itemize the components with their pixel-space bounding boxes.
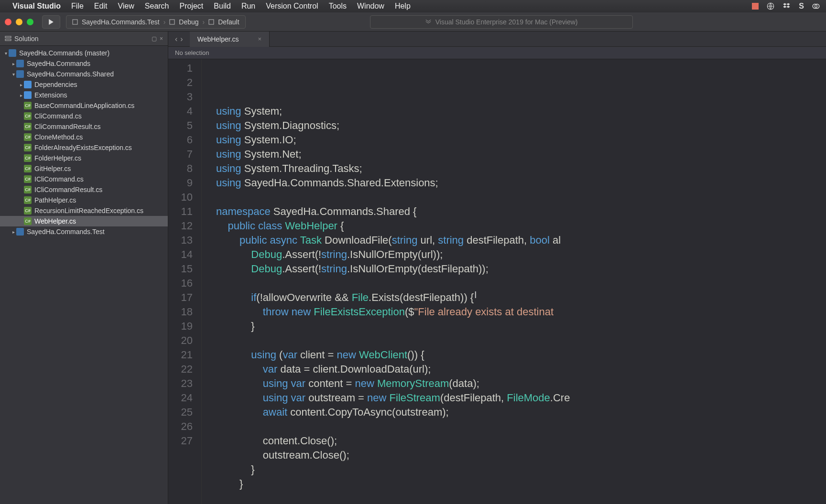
editor-breadcrumb[interactable]: No selection [168, 47, 826, 59]
pad-close-icon[interactable]: × [160, 35, 163, 42]
menu-tools[interactable]: Tools [329, 2, 347, 11]
window-close-button[interactable] [5, 19, 11, 25]
solution-pad-title: Solution [14, 35, 39, 43]
editor-area: ‹ › WebHelper.cs × No selection 12345678… [168, 32, 826, 504]
menu-window[interactable]: Window [357, 2, 384, 11]
svg-rect-3 [73, 20, 77, 24]
file-recursionlimitreachedexception[interactable]: C#RecursionLimitReachedException.cs [0, 205, 168, 216]
file-clicommand[interactable]: C#CliCommand.cs [0, 111, 168, 121]
code-editor[interactable]: 1234567891011121314151617181920212223242… [168, 59, 826, 504]
menu-file[interactable]: File [71, 2, 84, 11]
file-folderalreadyexistsexception[interactable]: C#FolderAlreadyExistsException.cs [0, 142, 168, 153]
globe-icon[interactable] [766, 2, 775, 11]
menu-help[interactable]: Help [395, 2, 411, 11]
config-project: SayedHa.Commands.Test [82, 18, 160, 26]
folder-dependencies[interactable]: ▸Dependencies [0, 79, 168, 90]
text-cursor-icon: I [474, 288, 477, 302]
project-commands[interactable]: ▸SayedHa.Commands [0, 58, 168, 69]
line-number-gutter: 1234567891011121314151617181920212223242… [168, 59, 202, 504]
nav-back-button[interactable]: ‹ [175, 35, 177, 43]
file-clonemethod[interactable]: C#CloneMethod.cs [0, 132, 168, 142]
config-target: Default [218, 18, 239, 26]
pad-autohide-icon[interactable]: ▢ [152, 35, 157, 42]
file-pathhelper[interactable]: C#PathHelper.cs [0, 195, 168, 205]
cc-icon[interactable] [812, 2, 820, 11]
file-iclicommand[interactable]: C#ICliCommand.cs [0, 174, 168, 184]
menu-version-control[interactable]: Version Control [266, 2, 318, 11]
s-logo-icon[interactable]: S [799, 2, 804, 11]
window-minimize-button[interactable] [16, 19, 22, 25]
file-folderhelper[interactable]: C#FolderHelper.cs [0, 153, 168, 163]
menu-project[interactable]: Project [180, 2, 204, 11]
svg-rect-4 [170, 20, 174, 24]
status-tray-icon[interactable] [752, 3, 759, 10]
solution-root[interactable]: ▾SayedHa.Commands (master) [0, 48, 168, 58]
editor-tabbar: ‹ › WebHelper.cs × [168, 32, 826, 47]
svg-rect-7 [5, 39, 11, 41]
code-content[interactable]: I using System;using System.Diagnostics;… [202, 59, 570, 504]
global-search[interactable]: Visual Studio Enterprise 2019 for Mac (P… [370, 15, 633, 29]
solution-pad: Solution ▢ × ▾SayedHa.Commands (master)▸… [0, 32, 168, 504]
menu-view[interactable]: View [118, 2, 134, 11]
svg-rect-5 [209, 20, 214, 24]
file-iclicommandresult[interactable]: C#ICliCommandResult.cs [0, 184, 168, 195]
file-basecommandlineapplication[interactable]: C#BaseCommandLineApplication.cs [0, 100, 168, 111]
tab-title: WebHelper.cs [197, 35, 239, 43]
search-placeholder: Visual Studio Enterprise 2019 for Mac (P… [435, 18, 578, 26]
svg-rect-6 [5, 36, 11, 38]
app-menu[interactable]: Visual Studio [12, 2, 61, 11]
vs-toolbar: SayedHa.Commands.Test › Debug › Default … [0, 12, 826, 32]
editor-tab-active[interactable]: WebHelper.cs × [190, 32, 270, 47]
dropbox-icon[interactable] [783, 2, 791, 11]
solution-pad-header: Solution ▢ × [0, 32, 168, 46]
folder-extensions[interactable]: ▸Extensions [0, 90, 168, 100]
run-button[interactable] [42, 15, 60, 29]
project-test[interactable]: ▸SayedHa.Commands.Test [0, 226, 168, 237]
nav-forward-button[interactable]: › [180, 35, 183, 43]
file-githelper[interactable]: C#GitHelper.cs [0, 163, 168, 174]
menu-search[interactable]: Search [145, 2, 169, 11]
file-clicommandresult[interactable]: C#CliCommandResult.cs [0, 121, 168, 132]
file-webhelper[interactable]: C#WebHelper.cs [0, 216, 168, 226]
tab-close-icon[interactable]: × [258, 35, 262, 43]
menu-build[interactable]: Build [214, 2, 231, 11]
window-traffic-lights [5, 19, 33, 25]
menu-edit[interactable]: Edit [94, 2, 108, 11]
window-zoom-button[interactable] [27, 19, 33, 25]
menu-run[interactable]: Run [241, 2, 255, 11]
solution-tree[interactable]: ▾SayedHa.Commands (master)▸SayedHa.Comma… [0, 46, 168, 239]
macos-menubar: Visual Studio File Edit View Search Proj… [0, 0, 826, 12]
run-configuration-selector[interactable]: SayedHa.Commands.Test › Debug › Default [66, 15, 246, 29]
project-shared[interactable]: ▾SayedHa.Commands.Shared [0, 69, 168, 79]
config-build: Debug [179, 18, 198, 26]
